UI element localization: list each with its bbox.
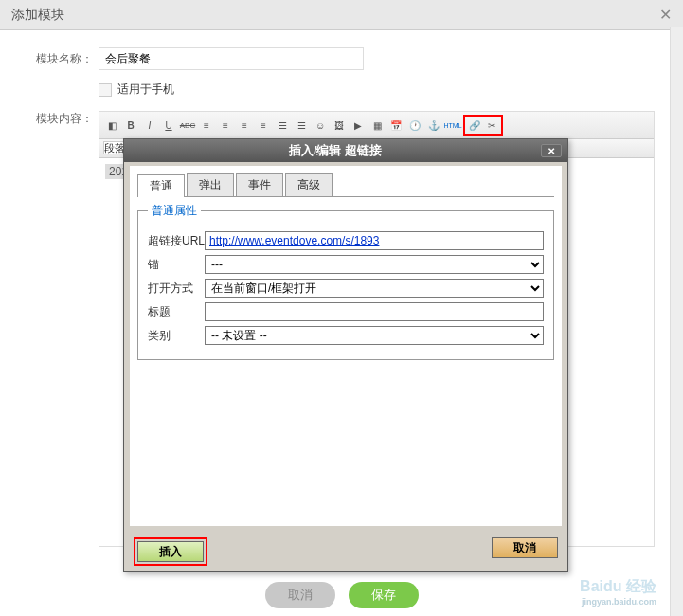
bold-icon[interactable]: B xyxy=(122,117,139,134)
mobile-label: 适用于手机 xyxy=(117,82,174,98)
media-icon[interactable]: ▶ xyxy=(350,117,367,134)
link-icon[interactable]: 🔗 xyxy=(466,117,483,134)
content-label: 模块内容： xyxy=(28,111,93,127)
date-icon[interactable]: 📅 xyxy=(387,117,404,134)
url-input[interactable] xyxy=(205,231,544,250)
close-icon[interactable]: ✕ xyxy=(659,6,672,24)
editor-toolbar: ◧ B I U ABC ≡ ≡ ≡ ≡ ☰ ☰ ☺ 🖼 ▶ ▦ 📅 🕐 xyxy=(99,112,654,139)
tab-popup[interactable]: 弹出 xyxy=(187,173,234,196)
time-icon[interactable]: 🕐 xyxy=(406,117,423,134)
emoji-icon[interactable]: ☺ xyxy=(312,117,329,134)
link-highlight: 🔗 ✂ xyxy=(463,115,503,136)
align-left-icon[interactable]: ≡ xyxy=(198,117,215,134)
link-dialog: 插入/编辑 超链接 ✕ 普通 弹出 事件 高级 普通属性 超链接URL 锚 --… xyxy=(123,138,568,572)
class-select[interactable]: -- 未设置 -- xyxy=(205,326,544,345)
url-label: 超链接URL xyxy=(148,233,205,249)
mobile-row: 适用于手机 xyxy=(99,82,655,98)
italic-icon[interactable]: I xyxy=(141,117,158,134)
target-label: 打开方式 xyxy=(148,281,205,297)
scrollbar[interactable] xyxy=(670,27,683,616)
align-right-icon[interactable]: ≡ xyxy=(236,117,253,134)
bottom-save-button[interactable]: 保存 xyxy=(349,582,419,608)
title-input[interactable] xyxy=(205,302,544,321)
name-label: 模块名称： xyxy=(28,51,93,67)
anchor-icon[interactable]: ⚓ xyxy=(425,117,442,134)
html-icon[interactable]: HTML xyxy=(444,117,461,134)
underline-icon[interactable]: U xyxy=(160,117,177,134)
table-icon[interactable]: ▦ xyxy=(368,117,386,134)
insert-highlight: 插入 xyxy=(134,537,207,566)
strike-icon[interactable]: ABC xyxy=(179,117,196,134)
tab-advanced[interactable]: 高级 xyxy=(285,173,333,196)
target-row: 打开方式 在当前窗口/框架打开 xyxy=(148,279,544,298)
source-icon[interactable]: ◧ xyxy=(103,117,120,134)
main-window: 添加模块 ✕ 模块名称： 适用于手机 模块内容： ◧ B I U ABC ≡ ≡ xyxy=(0,0,683,616)
dialog-cancel-button[interactable]: 取消 xyxy=(492,537,558,558)
name-input[interactable] xyxy=(99,47,364,70)
url-row: 超链接URL xyxy=(148,231,544,250)
anchor-label: 锚 xyxy=(148,257,205,273)
general-fieldset: 普通属性 超链接URL 锚 --- 打开方式 在当前窗口/框架打开 标题 xyxy=(137,203,554,360)
target-select[interactable]: 在当前窗口/框架打开 xyxy=(205,279,544,298)
class-row: 类别 -- 未设置 -- xyxy=(148,326,544,345)
insert-button[interactable]: 插入 xyxy=(137,541,204,562)
dialog-close-icon[interactable]: ✕ xyxy=(541,144,562,157)
align-center-icon[interactable]: ≡ xyxy=(217,117,234,134)
image-icon[interactable]: 🖼 xyxy=(331,117,348,134)
main-header: 添加模块 ✕ xyxy=(0,0,683,30)
class-label: 类别 xyxy=(148,328,205,344)
dialog-tabs: 普通 弹出 事件 高级 xyxy=(137,173,554,197)
anchor-select[interactable]: --- xyxy=(205,255,544,274)
watermark: Baidu 经验 jingyan.baidu.com xyxy=(580,577,656,607)
tab-events[interactable]: 事件 xyxy=(236,173,283,196)
bottom-cancel-button[interactable]: 取消 xyxy=(265,582,335,608)
dialog-body: 普通 弹出 事件 高级 普通属性 超链接URL 锚 --- 打开方式 在当前窗口… xyxy=(124,162,567,532)
dialog-footer: 插入 取消 xyxy=(124,532,567,571)
main-title: 添加模块 xyxy=(11,7,64,24)
name-row: 模块名称： xyxy=(28,47,655,70)
unlink-icon[interactable]: ✂ xyxy=(483,117,500,134)
title-row: 标题 xyxy=(148,302,544,321)
dialog-header: 插入/编辑 超链接 ✕ xyxy=(124,139,567,162)
align-justify-icon[interactable]: ≡ xyxy=(255,117,272,134)
list-ol-icon[interactable]: ☰ xyxy=(293,117,310,134)
mobile-checkbox[interactable] xyxy=(99,83,112,97)
anchor-row: 锚 --- xyxy=(148,255,544,274)
title-label: 标题 xyxy=(148,304,205,320)
tab-general[interactable]: 普通 xyxy=(137,174,185,197)
dialog-title: 插入/编辑 超链接 xyxy=(130,142,541,159)
list-ul-icon[interactable]: ☰ xyxy=(274,117,291,134)
fieldset-legend: 普通属性 xyxy=(148,203,201,219)
